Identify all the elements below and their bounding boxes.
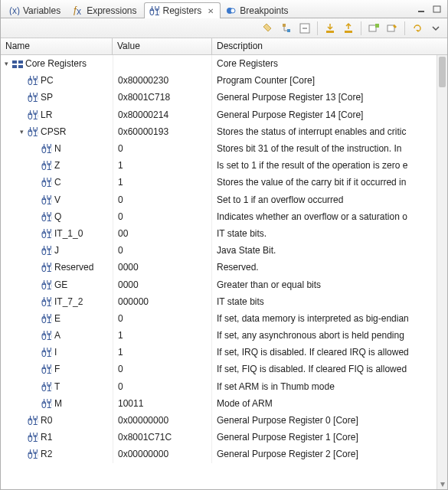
- view-menu-button[interactable]: [427, 20, 444, 37]
- scrollbar-thumb[interactable]: [439, 57, 446, 87]
- register-name: R2: [41, 449, 52, 459]
- refresh-button[interactable]: [409, 20, 426, 37]
- register-value: 0: [113, 140, 212, 157]
- table-row[interactable]: 10100101E0If set, data memory is interpr…: [1, 310, 437, 327]
- register-value: 0: [113, 310, 212, 327]
- table-row[interactable]: 10100101IT_7_2000000IT state bits: [1, 293, 437, 310]
- binary-icon: 10100101: [28, 110, 38, 119]
- register-value: 10011: [113, 395, 212, 412]
- export-icon: [342, 22, 355, 34]
- svg-text:0101: 0101: [41, 383, 52, 391]
- table-row[interactable]: 10100101C1Stores the value of the carry …: [1, 174, 437, 191]
- refresh-icon: [411, 22, 423, 34]
- register-desc: If set ARM is in Thumb mode: [212, 381, 437, 392]
- tab-variables[interactable]: (x)= Variables: [4, 2, 67, 18]
- close-icon[interactable]: ✕: [208, 7, 214, 15]
- binary-icon: 10100101: [41, 280, 52, 289]
- tab-expressions[interactable]: ƒx y Expressions: [67, 2, 143, 18]
- show-type-button[interactable]: [260, 20, 276, 37]
- pin-button[interactable]: [384, 20, 401, 37]
- import-button[interactable]: [322, 20, 338, 37]
- register-tree[interactable]: ▾Core RegistersCore Registers10100101PC0…: [1, 55, 437, 489]
- table-row[interactable]: 10100101Reserved0000Reserved.: [1, 259, 437, 276]
- table-row[interactable]: 10100101R10x8001C71CGeneral Purpose Regi…: [1, 429, 437, 446]
- table-row[interactable]: 10100101Q0Indicates whether an overflow …: [1, 208, 437, 225]
- binary-icon: 10100101: [28, 449, 38, 459]
- register-name: CPSR: [41, 126, 66, 137]
- register-name: Q: [54, 211, 61, 222]
- register-desc: Greater than or equal bits: [212, 279, 437, 290]
- table-row[interactable]: 10100101R20x00000000General Purpose Regi…: [1, 446, 437, 462]
- table-row[interactable]: 10100101V0Set to 1 if an overflow occurr…: [1, 191, 437, 208]
- scroll-down-arrow[interactable]: ▾: [437, 479, 447, 489]
- binary-icon: 10100101: [41, 246, 52, 255]
- twisty-icon[interactable]: ▾: [18, 128, 25, 136]
- register-value: 0x8001C718: [113, 89, 212, 106]
- table-row[interactable]: 10100101IT_1_000IT state bits.: [1, 225, 437, 242]
- pin-icon: [386, 22, 398, 34]
- table-row[interactable]: 10100101F0If set, FIQ is disabled. If cl…: [1, 361, 437, 377]
- table-row[interactable]: 10100101R00x00000000General Purpose Regi…: [1, 412, 437, 429]
- maximize-button[interactable]: [432, 5, 443, 14]
- table-row[interactable]: 10100101GE0000Greater than or equal bits: [1, 276, 437, 292]
- table-row[interactable]: 10100101T0If set ARM is in Thumb mode: [1, 378, 437, 395]
- toolbar-separator: [361, 21, 361, 35]
- column-headers: Name Value Description: [1, 38, 447, 55]
- collapse-icon: [299, 22, 311, 34]
- binary-icon: 10100101: [41, 364, 52, 374]
- register-value: 0: [113, 208, 212, 225]
- export-button[interactable]: [340, 20, 357, 37]
- column-name[interactable]: Name: [1, 38, 113, 54]
- table-row[interactable]: 10100101N0Stores bit 31 of the result of…: [1, 140, 437, 157]
- table-row[interactable]: 10100101I1If set, IRQ is disabled. If cl…: [1, 344, 437, 361]
- svg-text:0101: 0101: [28, 93, 38, 102]
- show-logical-button[interactable]: [278, 20, 295, 37]
- table-row[interactable]: 10100101SP0x8001C718General Purpose Regi…: [1, 89, 437, 106]
- register-desc: Stores the status of interrupt enables a…: [212, 126, 437, 137]
- column-description[interactable]: Description: [212, 38, 447, 54]
- register-name: E: [54, 313, 60, 324]
- register-name: Core Registers: [25, 58, 87, 69]
- collapse-all-button[interactable]: [296, 20, 313, 37]
- svg-text:0101: 0101: [41, 263, 52, 272]
- minimize-button[interactable]: [417, 5, 427, 14]
- tab-breakpoints[interactable]: Breakpoints: [221, 2, 295, 18]
- twisty-icon[interactable]: ▾: [2, 60, 10, 67]
- table-row[interactable]: 10100101PC0x80000230Program Counter [Cor…: [1, 72, 437, 89]
- column-value[interactable]: Value: [113, 38, 212, 54]
- svg-text:0101: 0101: [28, 416, 38, 425]
- register-value: 0: [113, 191, 212, 208]
- register-desc: General Purpose Register 2 [Core]: [212, 449, 437, 459]
- table-row[interactable]: 10100101Z1Is set to 1 if the result of t…: [1, 157, 437, 174]
- table-row[interactable]: ▾10100101CPSR0x60000193Stores the status…: [1, 123, 437, 140]
- binary-icon: 10100101: [41, 348, 52, 357]
- table-row[interactable]: 10100101J0Java State Bit.: [1, 242, 437, 259]
- tree-root-row[interactable]: ▾Core RegistersCore Registers: [1, 55, 437, 72]
- register-name: IT_7_2: [54, 296, 83, 307]
- toolbar-separator: [404, 21, 405, 35]
- svg-text:0101: 0101: [41, 400, 52, 408]
- svg-text:x y: x y: [77, 6, 83, 15]
- vertical-scrollbar[interactable]: ▾: [437, 55, 447, 489]
- svg-text:0101: 0101: [41, 281, 52, 289]
- register-value: 0: [113, 242, 212, 259]
- svg-text:0101: 0101: [41, 298, 52, 306]
- binary-icon: 10100101: [41, 331, 52, 340]
- new-group-button[interactable]: [365, 20, 382, 37]
- svg-point-6: [231, 8, 235, 13]
- tab-registers[interactable]: 10100101 Registers ✕: [144, 2, 221, 18]
- register-desc: IT state bits.: [212, 228, 437, 239]
- table-row[interactable]: 10100101M10011Mode of ARM: [1, 395, 437, 412]
- register-name: I: [54, 347, 57, 358]
- table-row[interactable]: 10100101A1If set, any asynchronous abort…: [1, 327, 437, 344]
- tab-breakpoints-label: Breakpoints: [240, 5, 288, 16]
- table-row[interactable]: 10100101LR0x80000214General Purpose Regi…: [1, 106, 437, 123]
- import-icon: [324, 22, 336, 34]
- register-desc: Java State Bit.: [212, 245, 437, 256]
- binary-icon: 10100101: [41, 195, 52, 204]
- tab-expressions-label: Expressions: [87, 5, 136, 16]
- svg-rect-10: [287, 29, 290, 32]
- registers-icon: 10100101: [149, 6, 160, 15]
- register-desc: General Purpose Register 1 [Core]: [212, 432, 437, 443]
- register-desc: Stores the value of the carry bit if it …: [212, 177, 437, 188]
